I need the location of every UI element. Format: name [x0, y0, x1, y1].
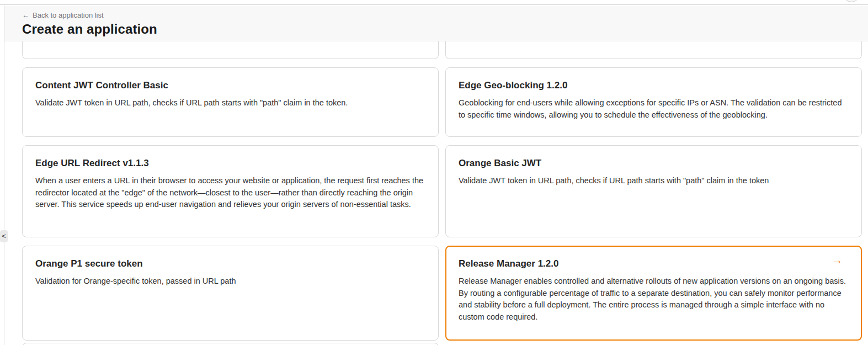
- sidebar-collapse-button[interactable]: <: [0, 230, 8, 242]
- card-title: Content JWT Controller Basic: [35, 80, 425, 91]
- avatar[interactable]: [843, 0, 860, 2]
- top-bar: [0, 0, 868, 5]
- card-title: Orange Basic JWT: [459, 158, 849, 169]
- card-description: Geoblocking for end-users while allowing…: [459, 97, 849, 121]
- card-release-manager[interactable]: → Release Manager 1.2.0 Release Manager …: [445, 246, 862, 341]
- card-description: Validate JWT token in URL path, checks i…: [35, 97, 425, 109]
- card-orange-basic-jwt[interactable]: Orange Basic JWT Validate JWT token in U…: [445, 145, 862, 237]
- card-title: Edge URL Redirect v1.1.3: [35, 158, 425, 169]
- card-title: Release Manager 1.2.0: [459, 258, 849, 269]
- main-content: ← Back to application list Create an app…: [4, 6, 868, 345]
- card-description: Validate JWT token in URL path, checks i…: [459, 175, 849, 187]
- card-description: Validation for Orange-specific token, pa…: [35, 275, 425, 288]
- card-orange-p1-secure-token[interactable]: Orange P1 secure token Validation for Or…: [22, 246, 439, 341]
- card-description: When a user enters a URL in their browse…: [35, 175, 425, 211]
- card-title: Edge Geo-blocking 1.2.0: [459, 80, 849, 91]
- back-arrow-icon: ←: [22, 11, 29, 19]
- partial-card-bottom-left[interactable]: [22, 343, 439, 345]
- arrow-right-icon[interactable]: →: [832, 254, 843, 266]
- application-template-grid: Content JWT Controller Basic Validate JW…: [22, 41, 862, 341]
- card-edge-url-redirect[interactable]: Edge URL Redirect v1.1.3 When a user ent…: [22, 145, 439, 237]
- card-content-jwt-controller-basic[interactable]: Content JWT Controller Basic Validate JW…: [22, 67, 439, 137]
- partial-card-top-left[interactable]: [22, 41, 439, 59]
- sidebar-rail: [0, 6, 4, 345]
- back-link[interactable]: ← Back to application list: [22, 11, 104, 19]
- card-description: Release Manager enables controlled and a…: [459, 275, 849, 323]
- partial-card-top-right[interactable]: [445, 41, 862, 59]
- app-viewport: < ← Back to application list Create an a…: [0, 0, 868, 345]
- page-title: Create an application: [22, 22, 868, 37]
- card-title: Orange P1 secure token: [35, 258, 425, 269]
- back-link-label: Back to application list: [33, 11, 104, 19]
- card-edge-geo-blocking[interactable]: Edge Geo-blocking 1.2.0 Geoblocking for …: [445, 67, 862, 137]
- page-header: ← Back to application list Create an app…: [4, 6, 868, 41]
